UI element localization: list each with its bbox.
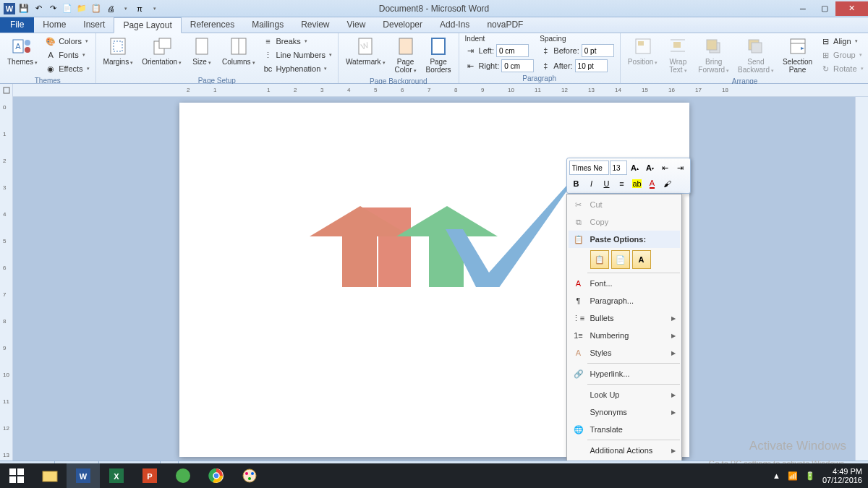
tab-addins[interactable]: Add-Ins [431, 17, 478, 33]
ctx-additional-actions[interactable]: Additional Actions▶ [569, 442, 680, 459]
tab-developer[interactable]: Developer [374, 17, 431, 33]
hyphenation-button[interactable]: bcHyphenation [261, 62, 333, 75]
highlight-icon[interactable]: ab [630, 176, 644, 191]
size-button[interactable]: Size [187, 35, 216, 68]
spacing-before-input[interactable] [582, 44, 614, 57]
tab-file[interactable]: File [0, 17, 34, 33]
tab-mailings[interactable]: Mailings [243, 17, 292, 33]
task-app-green[interactable] [166, 463, 200, 488]
effects-button[interactable]: ◉Effects [43, 62, 90, 75]
send-backward-button[interactable]: Send Backward [735, 35, 777, 76]
qat-icon[interactable]: 📁 [75, 2, 88, 15]
line-numbers-button[interactable]: ⋮Line Numbers [261, 48, 333, 61]
tab-novapdf[interactable]: novaPDF [478, 17, 532, 33]
format-painter-icon[interactable]: 🖌 [660, 176, 675, 191]
document-viewport[interactable]: A▴ A▾ ⇤ ⇥ B I U ≡ ab A 🖌 ✂Cut ⧉Cop [13, 97, 855, 461]
colors-button[interactable]: 🎨Colors [43, 35, 90, 48]
decrease-indent-icon[interactable]: ⇤ [658, 160, 673, 175]
bring-forward-button[interactable]: Bring Forward [695, 35, 732, 76]
orientation-button[interactable]: Orientation [139, 35, 184, 68]
wrap-text-button[interactable]: Wrap Text [663, 35, 692, 76]
watermark-button[interactable]: WWatermark [343, 35, 388, 68]
tab-review[interactable]: Review [292, 17, 338, 33]
selection-pane-icon [786, 36, 809, 56]
group-button[interactable]: ⊞Group [818, 48, 864, 61]
document-page[interactable]: A▴ A▾ ⇤ ⇥ B I U ≡ ab A 🖌 ✂Cut ⧉Cop [179, 103, 689, 457]
svg-rect-19 [673, 42, 681, 48]
tab-insert[interactable]: Insert [75, 17, 114, 33]
margins-button[interactable]: Margins [101, 35, 137, 68]
minimize-button[interactable]: ─ [792, 1, 814, 16]
font-name-input[interactable] [569, 160, 609, 175]
submenu-arrow-icon: ▶ [671, 315, 676, 322]
qat-icon[interactable]: 📋 [90, 2, 103, 15]
task-powerpoint[interactable]: P [133, 463, 166, 488]
bold-icon[interactable]: B [569, 176, 584, 191]
ctx-synonyms[interactable]: Synonyms▶ [569, 403, 680, 421]
tray-network-icon[interactable]: 📶 [788, 471, 798, 481]
ctx-hyperlink[interactable]: 🔗Hyperlink... [569, 365, 680, 382]
columns-button[interactable]: Columns [219, 35, 258, 68]
themes-button[interactable]: A Themes [4, 35, 41, 68]
tray-icon[interactable]: ▲ [773, 471, 780, 480]
tab-home[interactable]: Home [34, 17, 75, 33]
fonts-button[interactable]: AFonts [43, 48, 90, 61]
breaks-icon: ≡ [263, 35, 274, 47]
task-paint[interactable] [233, 463, 266, 488]
equation-icon[interactable]: π [133, 2, 146, 15]
tab-references[interactable]: References [182, 17, 243, 33]
maximize-button[interactable]: ▢ [814, 1, 835, 16]
page-borders-button[interactable]: Page Borders [423, 35, 454, 75]
selection-pane-button[interactable]: Selection Pane [780, 35, 815, 75]
horizontal-ruler[interactable]: 21123456789101112131415161718 [13, 84, 868, 97]
underline-icon[interactable]: U [600, 176, 614, 191]
italic-icon[interactable]: I [584, 176, 599, 191]
vertical-scrollbar[interactable] [855, 97, 868, 461]
ctx-styles[interactable]: AStyles▶ [569, 344, 680, 361]
qat-customize-icon[interactable] [148, 2, 161, 15]
task-word[interactable]: W [67, 463, 100, 488]
breaks-button[interactable]: ≡Breaks [261, 35, 333, 48]
margins-icon [106, 36, 129, 56]
ctx-numbering[interactable]: 1≡Numbering▶ [569, 327, 680, 344]
qat-icon[interactable]: 🖨 [104, 2, 117, 15]
vertical-ruler[interactable]: 012345678910111213 [0, 97, 13, 461]
ctx-font[interactable]: AFont... [569, 275, 680, 292]
paste-merge-formatting[interactable]: 📄 [611, 250, 630, 269]
close-button[interactable]: ✕ [835, 1, 868, 16]
grow-font-icon[interactable]: A▴ [628, 160, 642, 175]
tab-page-layout[interactable]: Page Layout [114, 17, 181, 33]
word-app-icon[interactable]: W [3, 2, 16, 15]
rotate-button[interactable]: ↻Rotate [818, 62, 864, 75]
tab-view[interactable]: View [339, 17, 375, 33]
center-icon[interactable]: ≡ [615, 176, 629, 191]
task-chrome[interactable] [200, 463, 233, 488]
paste-text-only[interactable]: A [632, 250, 651, 269]
align-button[interactable]: ⊟Align [818, 35, 864, 48]
ctx-lookup[interactable]: Look Up▶ [569, 386, 680, 403]
redo-icon[interactable]: ↷ [46, 2, 59, 15]
undo-icon[interactable]: ↶ [32, 2, 45, 15]
ctx-translate[interactable]: 🌐Translate [569, 421, 680, 438]
position-button[interactable]: Position [625, 35, 661, 68]
tray-battery-icon[interactable]: 🔋 [805, 471, 815, 481]
ctx-paragraph[interactable]: ¶Paragraph... [569, 292, 680, 309]
increase-indent-icon[interactable]: ⇥ [673, 160, 688, 175]
page-color-button[interactable]: Page Color [391, 35, 420, 76]
start-button[interactable] [0, 463, 33, 488]
indent-right-input[interactable] [501, 59, 534, 72]
font-color-icon[interactable]: A [645, 176, 660, 191]
ruler-corner[interactable] [0, 84, 13, 97]
shrink-font-icon[interactable]: A▾ [643, 160, 658, 175]
spacing-after-input[interactable] [575, 59, 608, 72]
paste-keep-formatting[interactable]: 📋 [590, 250, 609, 269]
font-size-input[interactable] [610, 160, 627, 175]
tray-clock[interactable]: 4:49 PM 07/12/2016 [822, 467, 862, 484]
task-excel[interactable]: X [100, 463, 133, 488]
ctx-bullets[interactable]: ⋮≡Bullets▶ [569, 309, 680, 327]
indent-left-input[interactable] [496, 44, 529, 57]
task-explorer[interactable] [33, 463, 67, 488]
save-icon[interactable]: 💾 [17, 2, 30, 15]
qat-dropdown-icon[interactable] [119, 2, 132, 15]
qat-icon[interactable]: 📄 [61, 2, 74, 15]
